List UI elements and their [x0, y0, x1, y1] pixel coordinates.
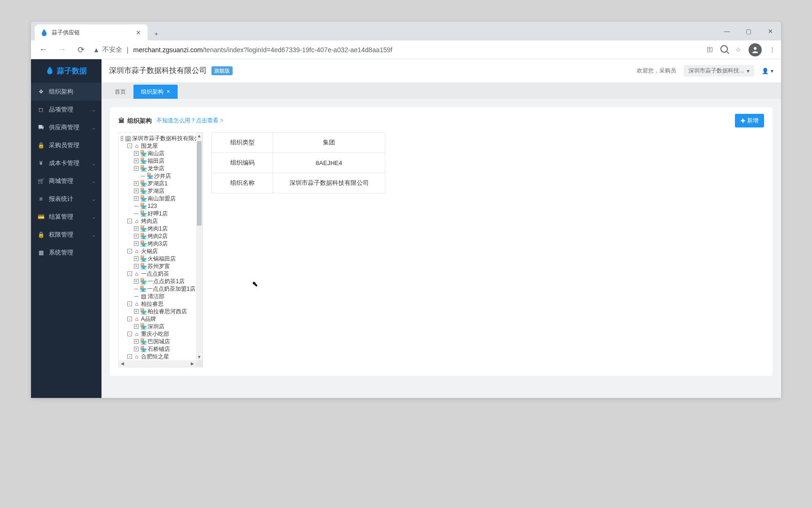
sidebar-item-6[interactable]: ≡报表统计⌄: [31, 190, 102, 208]
tree-toggle[interactable]: +: [134, 151, 139, 156]
tree-node[interactable]: +🏪烤肉1店: [120, 225, 195, 232]
tree-node-label: 柏拉睿思河西店: [148, 308, 187, 315]
tree-toggle[interactable]: +: [134, 196, 139, 201]
scroll-down-icon[interactable]: ▼: [196, 355, 203, 359]
tree-node[interactable]: -⌂柏拉睿思: [120, 300, 195, 308]
tree-toggle[interactable]: +: [134, 189, 139, 193]
tree-toggle[interactable]: -: [127, 354, 132, 359]
kebab-menu-icon[interactable]: ⋮: [769, 46, 775, 53]
tree-toggle[interactable]: +: [134, 347, 139, 351]
sidebar-item-8[interactable]: 🔒权限管理⌄: [31, 226, 102, 244]
tree-node[interactable]: -⌂合肥恒之星: [120, 353, 195, 360]
tree-node[interactable]: -⌂火锅店: [120, 247, 195, 255]
scroll-right-icon[interactable]: ▶: [191, 361, 194, 366]
tree-node[interactable]: +🏪一点点奶茶1店: [120, 278, 195, 285]
tree-node[interactable]: +🏪柏拉睿思河西店: [120, 308, 195, 315]
user-dropdown[interactable]: 👤 ▾: [762, 68, 773, 74]
page-tab-1[interactable]: 组织架构✕: [133, 85, 178, 99]
scroll-left-icon[interactable]: ◀: [121, 361, 124, 366]
tree-toggle[interactable]: -: [127, 219, 132, 223]
tree-node[interactable]: +🏪罗湖店1: [120, 180, 195, 187]
reload-button[interactable]: ⟳: [74, 45, 87, 55]
vertical-scrollbar[interactable]: ▲ ▼: [196, 133, 203, 360]
tree-toggle[interactable]: +: [134, 181, 139, 186]
tree-toggle[interactable]: -: [127, 143, 132, 148]
tree-node[interactable]: +🏪石桥铺店: [120, 345, 195, 353]
sidebar-item-0[interactable]: ❖组织架构: [31, 83, 102, 101]
tree-node[interactable]: +🏪火锅福田店: [120, 255, 195, 262]
search-icon[interactable]: [720, 45, 728, 54]
tree-toggle[interactable]: +: [134, 309, 139, 314]
tree-toggle[interactable]: -: [127, 302, 132, 306]
scrollbar-thumb[interactable]: [197, 141, 202, 226]
maximize-button[interactable]: ▢: [738, 22, 759, 40]
sidebar-item-5[interactable]: 🛒商城管理⌄: [31, 172, 102, 190]
tree-node[interactable]: +🏪苏州罗富: [120, 262, 195, 270]
minimize-button[interactable]: —: [716, 22, 738, 40]
tree-node[interactable]: —🏪沙井店: [120, 172, 195, 180]
tree-toggle[interactable]: +: [134, 324, 139, 329]
scroll-up-icon[interactable]: ▲: [196, 134, 203, 138]
close-icon[interactable]: ✕: [134, 29, 142, 36]
key-icon[interactable]: ⚿: [707, 46, 713, 53]
tree-node[interactable]: +🏪罗湖店: [120, 187, 195, 195]
tree-scroll-area[interactable]: -🏢深圳市蒜子数据科技有限公司-⌂围龙屋+🏪南山店+🏪福田店+🏪龙华店—🏪沙井店…: [119, 133, 196, 360]
tree-toggle[interactable]: -: [127, 317, 132, 321]
tree-toggle[interactable]: +: [134, 234, 139, 238]
tree-node[interactable]: -🏢深圳市蒜子数据科技有限公司: [120, 135, 195, 142]
tree-node[interactable]: +🏪巴国城店: [120, 338, 195, 345]
star-icon[interactable]: ☆: [735, 46, 741, 53]
sidebar-item-3[interactable]: 🔒采购员管理: [31, 136, 102, 154]
help-link[interactable]: 不知道怎么用？点击查看 >: [156, 117, 223, 125]
tree-node[interactable]: -⌂A品牌: [120, 315, 195, 323]
tree-node[interactable]: +🏪南山店: [120, 150, 195, 157]
tree-node[interactable]: —🏪好呷1店: [120, 210, 195, 217]
logo[interactable]: 蒜子数据: [31, 59, 102, 83]
tree-toggle[interactable]: +: [134, 226, 139, 231]
back-button[interactable]: ←: [37, 45, 50, 55]
tree-node[interactable]: +🏪福田店: [120, 157, 195, 165]
tree-toggle[interactable]: +: [134, 159, 139, 163]
close-icon[interactable]: ✕: [166, 87, 170, 96]
tree-node[interactable]: -⌂一点点奶茶: [120, 270, 195, 278]
sidebar-item-4[interactable]: ¥成本卡管理⌄: [31, 154, 102, 172]
tree-node[interactable]: +🏪烤肉2店: [120, 232, 195, 240]
tree-node[interactable]: -⌂重庆小吃部: [120, 330, 195, 338]
panel-header: 🏛 组织架构 不知道怎么用？点击查看 > ✚ 新增: [118, 114, 764, 127]
browser-tab-title: 蒜子供应链: [52, 29, 131, 37]
tree-toggle[interactable]: +: [134, 264, 139, 269]
tree-node[interactable]: -⌂围龙屋: [120, 142, 195, 150]
forward-button[interactable]: →: [55, 45, 69, 55]
tree-toggle[interactable]: +: [134, 241, 139, 246]
tree-toggle[interactable]: -: [127, 332, 132, 336]
brand-icon: ⌂: [133, 300, 140, 308]
url-bar[interactable]: ▲ 不安全 | merchant.zgsuanzi.com/tenants/in…: [93, 46, 701, 54]
tree-toggle[interactable]: +: [134, 279, 139, 284]
tree-toggle[interactable]: -: [127, 249, 132, 254]
tree-toggle[interactable]: +: [134, 256, 139, 261]
tree-node[interactable]: +🏪烤肉3店: [120, 240, 195, 247]
tree-node[interactable]: —▤清洁部: [120, 293, 195, 300]
sidebar-item-7[interactable]: 💳结算管理⌄: [31, 208, 102, 226]
tree-node[interactable]: -⌂烤肉店: [120, 217, 195, 225]
close-window-button[interactable]: ✕: [759, 22, 781, 40]
tree-toggle[interactable]: +: [134, 166, 139, 171]
browser-tab[interactable]: 蒜子供应链 ✕: [35, 24, 148, 40]
add-button[interactable]: ✚ 新增: [735, 114, 764, 127]
tree-toggle[interactable]: -: [121, 136, 123, 141]
org-dropdown[interactable]: 深圳市蒜子数据科技... ▾: [684, 65, 754, 77]
new-tab-button[interactable]: ＋: [149, 27, 163, 40]
sidebar-item-1[interactable]: ◻品项管理⌄: [31, 101, 102, 119]
tree-node[interactable]: +🏪深圳店: [120, 323, 195, 330]
page-tab-0[interactable]: 首页: [107, 85, 133, 99]
tree-node[interactable]: —🏪一点点奶茶加盟1店: [120, 285, 195, 293]
sidebar-item-9[interactable]: ▦系统管理: [31, 244, 102, 262]
tree-toggle[interactable]: -: [127, 271, 132, 276]
sidebar-item-2[interactable]: ⛟供应商管理⌄: [31, 119, 102, 136]
tree-node[interactable]: —🏪123: [120, 202, 195, 210]
tree-node[interactable]: +🏪南山加盟店: [120, 195, 195, 202]
profile-avatar[interactable]: [749, 43, 762, 56]
tree-toggle[interactable]: +: [134, 339, 139, 344]
tree-node[interactable]: +🏪龙华店: [120, 165, 195, 172]
horizontal-scrollbar[interactable]: ◀ ▶: [119, 360, 196, 367]
